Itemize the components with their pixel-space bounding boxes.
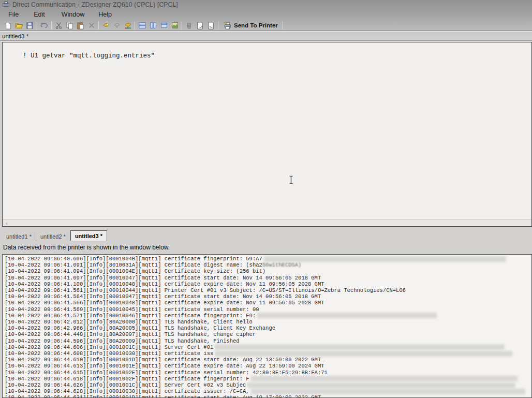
printer-status-button[interactable]	[111, 20, 122, 31]
log-line-text: [10-04-2022 09:06:41.091][Info][8010031A…	[5, 262, 262, 268]
new-file-button[interactable]	[3, 20, 13, 31]
new-window-button[interactable]	[169, 20, 180, 31]
font-check-button[interactable]: ABC	[122, 20, 133, 31]
new-file-icon	[4, 22, 12, 30]
log-line-text: [10-04-2022 09:06:41.569][Info][00010045…	[5, 306, 259, 313]
cut-button[interactable]	[53, 20, 64, 31]
page-back-icon	[207, 22, 215, 30]
send-to-printer-button[interactable]: Send To Printer	[220, 20, 281, 31]
log-caption: Data received from the printer is shown …	[0, 244, 170, 251]
log-line-text: [10-04-2022 09:06:44.628][Info][00010030…	[5, 388, 249, 394]
log-line: [10-04-2022 09:06:44.628][Info][00010030…	[5, 388, 531, 394]
copy-icon	[66, 22, 73, 30]
toolbar-separator	[51, 21, 52, 30]
ibeam-cursor	[265, 168, 294, 194]
redacted-region	[215, 351, 512, 357]
log-line: [10-04-2022 09:06:42.012][Info][80A20000…	[5, 319, 531, 325]
log-line-text: [10-04-2022 09:06:44.610][Info][0001001D…	[5, 357, 321, 363]
log-line-text: [10-04-2022 09:06:40.606][Info][0001004B…	[5, 256, 262, 262]
delete-button[interactable]	[86, 20, 97, 31]
redacted-region	[215, 344, 505, 350]
editor-content: ! U1 getvar "mqtt.logging.entries"	[23, 52, 155, 60]
toolbar-separator	[98, 21, 99, 30]
log-line: [10-04-2022 09:06:41.100][Info][00010048…	[5, 281, 531, 287]
save-button[interactable]	[24, 20, 35, 31]
clear-button[interactable]	[184, 20, 195, 31]
menu-bar: File Edit Window Help	[0, 9, 532, 20]
delete-x-icon	[88, 22, 95, 29]
tab-untitled1[interactable]: untitled1 *	[2, 232, 36, 241]
editor-horizontal-scrollbar[interactable]: ‹	[3, 219, 531, 226]
toolbar-separator	[135, 21, 135, 30]
tile-vertical-icon	[149, 22, 157, 29]
copy-button[interactable]	[64, 20, 75, 31]
cut-scissors-icon	[55, 22, 63, 30]
page-forward-icon	[196, 22, 204, 30]
menu-help[interactable]: Help	[95, 10, 115, 19]
log-line-text: [10-04-2022 09:06:44.448][Info][80A20007…	[5, 331, 256, 337]
tile-horizontal-button[interactable]	[137, 20, 147, 31]
log-line-text: [10-04-2022 09:06:41.564][Info][00010047…	[5, 293, 321, 300]
log-line: [10-04-2022 09:06:41.097][Info][00010047…	[5, 275, 531, 281]
log-line: [10-04-2022 09:06:40.606][Info][0001004B…	[5, 256, 531, 262]
log-line: [10-04-2022 09:06:44.608][Info][00010030…	[5, 350, 531, 357]
window-chrome: Direct Communication - ZDesigner ZQ610 (…	[0, 0, 532, 31]
undo-button[interactable]	[39, 20, 50, 31]
new-window-icon	[171, 22, 179, 29]
log-line: [10-04-2022 09:06:44.626][Info][0001001C…	[5, 382, 531, 388]
log-line: [10-04-2022 09:06:41.561][Info][00010044…	[5, 287, 531, 293]
trash-icon	[186, 22, 193, 29]
cascade-windows-button[interactable]	[158, 20, 169, 31]
log-line-text: [10-04-2022 09:06:42.966][Info][80A20005…	[5, 325, 275, 331]
scroll-left-arrow-icon[interactable]: ‹	[3, 220, 8, 226]
redacted-region	[251, 389, 525, 394]
log-line: [10-04-2022 09:06:41.571][Info][00010046…	[5, 313, 531, 319]
log-line: [10-04-2022 09:06:44.618][Info][0001002F…	[5, 376, 531, 382]
menu-file[interactable]: File	[5, 10, 22, 19]
open-file-button[interactable]	[13, 20, 24, 31]
log-line-text: [10-04-2022 09:06:44.608][Info][00010030…	[5, 350, 213, 357]
tile-vertical-button[interactable]	[147, 20, 158, 31]
send-to-printer-label: Send To Printer	[234, 22, 278, 28]
tab-untitled2[interactable]: untitled2 *	[36, 232, 70, 241]
printer-status-icon	[113, 22, 121, 29]
log-line: [10-04-2022 09:06:42.966][Info][80A20005…	[5, 325, 531, 331]
editor-text-area[interactable]: ! U1 getvar "mqtt.logging.entries"	[3, 42, 531, 219]
paste-button[interactable]	[75, 20, 86, 31]
log-line-text: [10-04-2022 09:06:44.606][Info][0001001C…	[5, 344, 213, 350]
command-editor[interactable]: ! U1 getvar "mqtt.logging.entries" ‹	[2, 42, 532, 227]
log-line-text: [10-04-2022 09:06:44.631][Info][0001001D…	[5, 394, 321, 398]
menu-edit[interactable]: Edit	[31, 10, 48, 19]
open-folder-icon	[15, 22, 23, 30]
printer-setup-button[interactable]	[100, 20, 111, 31]
log-line: [10-04-2022 09:06:41.564][Info][00010047…	[5, 293, 531, 300]
font-abc-icon: ABC	[123, 22, 132, 30]
cascade-windows-icon	[160, 22, 168, 29]
log-line: [10-04-2022 09:06:41.569][Info][00010045…	[5, 306, 531, 313]
toolbar-separator	[218, 21, 218, 30]
printer-log-panel[interactable]: [10-04-2022 09:06:40.606][Info][0001004B…	[2, 254, 532, 398]
editor-header: untitled3 *	[0, 31, 532, 41]
redacted-region	[247, 382, 515, 388]
log-line-text: [10-04-2022 09:06:41.571][Info][00010046…	[5, 313, 256, 319]
log-line: [10-04-2022 09:06:41.091][Info][8010031A…	[5, 262, 531, 268]
undo-icon	[40, 22, 48, 30]
toolbar-separator	[182, 21, 182, 30]
log-line-text: [10-04-2022 09:06:41.094][Info][0001004E…	[5, 268, 265, 274]
app-icon	[3, 2, 9, 8]
log-line-text: [10-04-2022 09:06:41.561][Info][00010044…	[5, 287, 406, 293]
log-line: [10-04-2022 09:06:41.094][Info][0001004E…	[5, 268, 531, 274]
redacted-region	[251, 376, 518, 381]
tab-untitled3[interactable]: untitled3 *	[70, 230, 107, 241]
page-forward-button[interactable]	[195, 20, 205, 31]
toolbar: ABC Send To Printer	[0, 20, 532, 31]
log-line-text: [10-04-2022 09:06:42.012][Info][80A20000…	[5, 319, 253, 325]
log-line: [10-04-2022 09:06:44.613][Info][0001001E…	[5, 363, 531, 369]
log-line: [10-04-2022 09:06:44.448][Info][80A20007…	[5, 331, 531, 337]
menu-window[interactable]: Window	[58, 10, 87, 19]
log-line-text: [10-04-2022 09:06:41.566][Info][00010048…	[5, 300, 324, 306]
window-title: Direct Communication - ZDesigner ZQ610 (…	[12, 1, 178, 8]
tile-horizontal-icon	[138, 22, 146, 29]
page-back-button[interactable]	[205, 20, 216, 31]
log-line-text: [10-04-2022 09:06:44.596][Info][80A20009…	[5, 338, 240, 344]
